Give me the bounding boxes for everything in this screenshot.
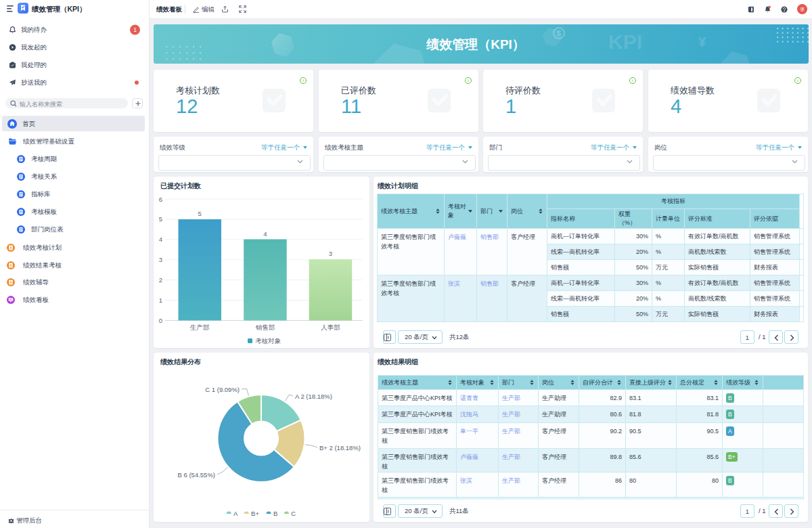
svg-text:4: 4	[159, 236, 162, 243]
svg-text:2: 2	[159, 276, 162, 284]
svg-text:生产部: 生产部	[189, 324, 210, 331]
svg-text:人事部: 人事部	[321, 324, 340, 331]
svg-text:4: 4	[263, 230, 267, 238]
svg-text:6: 6	[159, 196, 162, 203]
svg-text:C 1 (9.09%): C 1 (9.09%)	[205, 386, 240, 393]
svg-text:5: 5	[198, 210, 202, 217]
svg-text:B 6 (54.55%): B 6 (54.55%)	[178, 471, 215, 479]
svg-text:3: 3	[159, 256, 162, 263]
svg-text:1: 1	[159, 296, 162, 304]
svg-text:销售部: 销售部	[256, 324, 275, 331]
svg-text:3: 3	[329, 250, 332, 257]
svg-text:考核对象: 考核对象	[255, 337, 281, 345]
svg-text:0: 0	[159, 317, 162, 324]
svg-text:A: A	[233, 510, 238, 517]
svg-text:A 2 (18.18%): A 2 (18.18%)	[295, 393, 332, 400]
svg-text:B: B	[273, 510, 277, 517]
svg-text:B+ 2 (18.18%): B+ 2 (18.18%)	[319, 444, 361, 452]
svg-text:B+: B+	[251, 510, 259, 517]
svg-text:5: 5	[159, 215, 162, 223]
svg-text:C: C	[291, 510, 296, 517]
